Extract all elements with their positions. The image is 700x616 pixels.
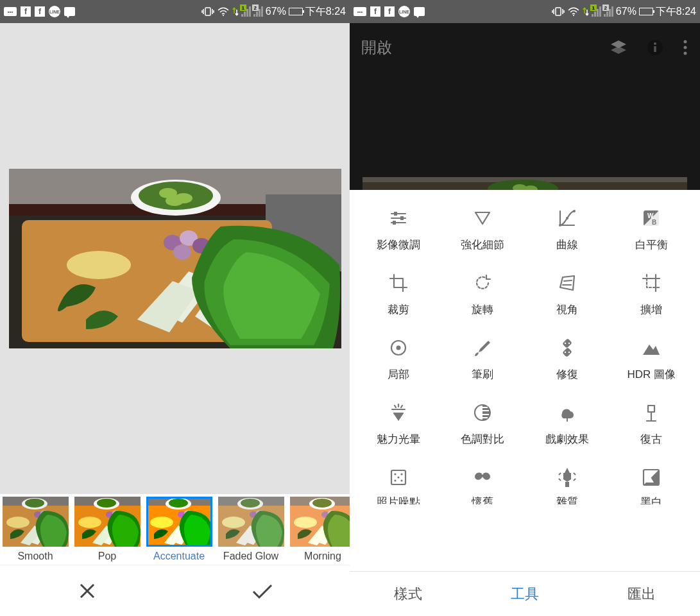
tool-label: 雜質 xyxy=(556,497,578,504)
perspective-icon xyxy=(556,271,579,295)
grainy-icon xyxy=(387,466,410,489)
svg-point-63 xyxy=(397,476,399,478)
svg-rect-25 xyxy=(654,46,656,52)
battery-icon xyxy=(639,8,653,15)
svg-point-52 xyxy=(568,343,570,344)
filter-morning[interactable]: Morning xyxy=(289,497,350,562)
tool-target[interactable]: 局部 xyxy=(356,336,441,382)
filter-strip[interactable]: Smooth Pop Accentuate Faded Glow Morning xyxy=(0,494,350,565)
open-button[interactable]: 開啟 xyxy=(361,37,392,58)
tool-brush[interactable]: 筆刷 xyxy=(441,336,525,382)
tool-label: 復古 xyxy=(640,432,662,447)
filter-label: Smooth xyxy=(17,551,53,562)
layers-icon[interactable] xyxy=(609,38,628,57)
tool-tune[interactable]: 影像微調 xyxy=(356,207,441,252)
svg-marker-68 xyxy=(563,479,571,482)
svg-rect-69 xyxy=(565,482,569,487)
svg-marker-71 xyxy=(644,470,659,485)
svg-point-29 xyxy=(684,52,687,55)
curves-icon xyxy=(556,207,579,230)
overflow-menu-icon[interactable] xyxy=(682,38,688,56)
filter-label: Accentuate xyxy=(153,551,205,562)
filter-pop[interactable]: Pop xyxy=(73,497,141,562)
left-phone-screen: ••• f f LINE 1 2 67% xyxy=(0,0,350,616)
tool-tonal[interactable]: 色調對比 xyxy=(441,401,525,447)
svg-marker-38 xyxy=(475,212,490,224)
status-time: 下午8:24 xyxy=(656,5,696,19)
svg-point-39 xyxy=(559,224,561,227)
bw-icon xyxy=(640,466,663,489)
vibrate-icon xyxy=(552,6,565,17)
filter-faded-glow[interactable]: Faded Glow xyxy=(217,497,285,562)
tool-mustache[interactable]: 懷舊 xyxy=(441,466,525,504)
tool-bw[interactable]: 黑白 xyxy=(610,466,694,504)
svg-point-51 xyxy=(565,343,566,344)
tool-label: 戲劇效果 xyxy=(545,432,589,447)
preview-image xyxy=(9,169,341,348)
tool-hdr[interactable]: HDR 圖像 xyxy=(610,336,694,382)
tool-triangle-down[interactable]: 強化細節 xyxy=(441,207,525,252)
tab-匯出[interactable]: 匯出 xyxy=(615,581,669,608)
filter-label: Pop xyxy=(98,551,116,562)
crop-icon xyxy=(387,271,410,295)
tool-label: 影像微調 xyxy=(377,237,420,252)
tool-curves[interactable]: 曲線 xyxy=(525,207,610,252)
tool-expand[interactable]: 擴增 xyxy=(610,271,694,317)
brush-icon xyxy=(471,336,494,359)
tool-grunge[interactable]: 雜質 xyxy=(525,466,610,504)
confirm-button[interactable] xyxy=(237,572,288,610)
image-peek xyxy=(363,177,687,190)
status-time: 下午8:24 xyxy=(305,5,346,19)
tools-panel[interactable]: 影像微調 強化細節 曲線 WB 白平衡 裁剪 旋轉 視角 擴增 局部 筆刷 修復… xyxy=(350,190,700,571)
filter-smooth[interactable]: Smooth xyxy=(1,497,69,562)
svg-point-62 xyxy=(400,473,402,475)
app-bar: 開啟 xyxy=(350,23,700,72)
tool-perspective[interactable]: 視角 xyxy=(525,271,610,317)
message-icon xyxy=(414,7,425,16)
tool-label: 懷舊 xyxy=(472,497,493,504)
tool-label: 裁剪 xyxy=(388,302,409,317)
cancel-button[interactable] xyxy=(62,572,113,610)
tool-label: 照片噪點 xyxy=(377,497,420,504)
tool-wb[interactable]: WB 白平衡 xyxy=(610,207,694,252)
tool-label: 色調對比 xyxy=(461,432,504,447)
tonal-icon xyxy=(471,401,494,424)
tool-label: 白平衡 xyxy=(635,237,668,252)
tool-rotate[interactable]: 旋轉 xyxy=(441,271,525,317)
svg-rect-49 xyxy=(562,338,572,348)
wifi-icon xyxy=(217,6,230,17)
mustache-icon xyxy=(471,466,494,489)
info-icon[interactable] xyxy=(646,38,664,56)
tune-icon xyxy=(387,207,410,230)
tool-label: 修復 xyxy=(556,367,578,382)
triangle-down-icon xyxy=(471,207,494,230)
tab-工具[interactable]: 工具 xyxy=(498,581,552,608)
battery-percent: 67% xyxy=(266,6,286,17)
line-app-icon: LINE xyxy=(49,6,60,17)
wifi-icon xyxy=(567,6,580,17)
tool-vintage[interactable]: 復古 xyxy=(610,401,694,447)
tool-crop[interactable]: 裁剪 xyxy=(356,271,441,317)
tool-drama[interactable]: 戲劇效果 xyxy=(525,401,610,447)
filter-thumb xyxy=(3,497,69,547)
svg-marker-56 xyxy=(393,413,404,421)
battery-icon xyxy=(289,8,303,15)
tool-label: 筆刷 xyxy=(472,367,493,382)
tool-label: 強化細節 xyxy=(461,237,504,252)
facebook-icon: f xyxy=(370,6,380,17)
target-icon xyxy=(387,336,410,359)
notification-more-icon: ••• xyxy=(354,7,366,16)
tool-heal[interactable]: 修復 xyxy=(525,336,610,382)
rotate-icon xyxy=(471,271,494,295)
filter-label: Morning xyxy=(304,551,341,562)
tab-樣式[interactable]: 樣式 xyxy=(381,581,435,608)
svg-rect-58 xyxy=(567,417,568,422)
filter-accentuate[interactable]: Accentuate xyxy=(145,497,213,562)
tool-label: 黑白 xyxy=(640,497,662,504)
svg-text:B: B xyxy=(652,219,656,226)
image-preview-area[interactable] xyxy=(0,23,350,494)
tool-glow[interactable]: 魅力光暈 xyxy=(356,401,441,447)
vibrate-icon xyxy=(201,6,214,17)
tool-label: 曲線 xyxy=(556,237,578,252)
tool-grainy[interactable]: 照片噪點 xyxy=(356,466,441,504)
